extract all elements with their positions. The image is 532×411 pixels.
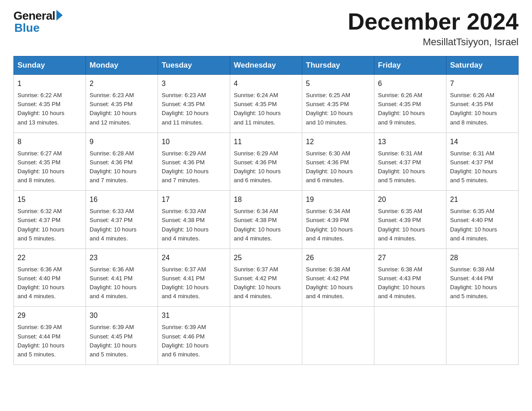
week-row-3: 15Sunrise: 6:32 AMSunset: 4:37 PMDayligh…: [14, 191, 519, 249]
logo: General Blue: [13, 9, 63, 35]
day-cell-11: 11Sunrise: 6:29 AMSunset: 4:36 PMDayligh…: [230, 133, 302, 191]
weekday-header-thursday: Thursday: [302, 56, 374, 75]
day-info: Sunrise: 6:23 AMSunset: 4:35 PMDaylight:…: [162, 91, 226, 127]
day-number: 2: [90, 78, 154, 89]
weekday-header-sunday: Sunday: [14, 56, 86, 75]
day-info: Sunrise: 6:36 AMSunset: 4:41 PMDaylight:…: [90, 265, 154, 301]
day-number: 10: [162, 137, 226, 147]
empty-cell: [446, 307, 519, 365]
day-cell-17: 17Sunrise: 6:33 AMSunset: 4:38 PMDayligh…: [158, 191, 230, 249]
logo-arrow-icon: [56, 10, 63, 21]
day-number: 6: [378, 78, 442, 89]
day-number: 24: [162, 253, 226, 263]
day-info: Sunrise: 6:39 AMSunset: 4:44 PMDaylight:…: [17, 323, 82, 359]
day-number: 17: [162, 194, 226, 205]
day-number: 23: [90, 253, 154, 263]
week-row-4: 22Sunrise: 6:36 AMSunset: 4:40 PMDayligh…: [14, 248, 519, 307]
day-cell-18: 18Sunrise: 6:34 AMSunset: 4:38 PMDayligh…: [230, 191, 302, 249]
day-cell-8: 8Sunrise: 6:27 AMSunset: 4:35 PMDaylight…: [14, 133, 86, 191]
day-info: Sunrise: 6:38 AMSunset: 4:42 PMDaylight:…: [306, 265, 370, 301]
day-number: 14: [450, 137, 515, 147]
day-info: Sunrise: 6:38 AMSunset: 4:44 PMDaylight:…: [450, 265, 515, 301]
day-info: Sunrise: 6:31 AMSunset: 4:37 PMDaylight:…: [378, 149, 442, 185]
day-number: 18: [234, 194, 298, 205]
day-cell-23: 23Sunrise: 6:36 AMSunset: 4:41 PMDayligh…: [86, 248, 158, 307]
day-cell-13: 13Sunrise: 6:31 AMSunset: 4:37 PMDayligh…: [374, 133, 446, 191]
day-info: Sunrise: 6:25 AMSunset: 4:35 PMDaylight:…: [306, 91, 370, 127]
weekday-header-monday: Monday: [86, 56, 158, 75]
week-row-2: 8Sunrise: 6:27 AMSunset: 4:35 PMDaylight…: [14, 133, 519, 191]
day-number: 19: [306, 194, 370, 205]
day-number: 8: [17, 137, 82, 147]
day-cell-15: 15Sunrise: 6:32 AMSunset: 4:37 PMDayligh…: [14, 191, 86, 249]
day-number: 9: [90, 137, 154, 147]
logo-blue-text: Blue: [14, 21, 39, 35]
calendar-title: December 2024: [348, 9, 519, 34]
week-row-1: 1Sunrise: 6:22 AMSunset: 4:35 PMDaylight…: [14, 75, 519, 133]
day-info: Sunrise: 6:29 AMSunset: 4:36 PMDaylight:…: [234, 149, 298, 185]
day-number: 3: [162, 78, 226, 89]
day-number: 22: [17, 253, 82, 263]
day-cell-10: 10Sunrise: 6:29 AMSunset: 4:36 PMDayligh…: [158, 133, 230, 191]
day-cell-27: 27Sunrise: 6:38 AMSunset: 4:43 PMDayligh…: [374, 248, 446, 307]
day-info: Sunrise: 6:39 AMSunset: 4:45 PMDaylight:…: [90, 323, 154, 359]
empty-cell: [302, 307, 374, 365]
day-info: Sunrise: 6:22 AMSunset: 4:35 PMDaylight:…: [17, 91, 82, 127]
day-info: Sunrise: 6:35 AMSunset: 4:39 PMDaylight:…: [378, 207, 442, 243]
day-cell-4: 4Sunrise: 6:24 AMSunset: 4:35 PMDaylight…: [230, 75, 302, 133]
day-cell-2: 2Sunrise: 6:23 AMSunset: 4:35 PMDaylight…: [86, 75, 158, 133]
day-info: Sunrise: 6:36 AMSunset: 4:40 PMDaylight:…: [17, 265, 82, 301]
day-cell-21: 21Sunrise: 6:35 AMSunset: 4:40 PMDayligh…: [446, 191, 519, 249]
day-cell-20: 20Sunrise: 6:35 AMSunset: 4:39 PMDayligh…: [374, 191, 446, 249]
day-info: Sunrise: 6:38 AMSunset: 4:43 PMDaylight:…: [378, 265, 442, 301]
day-info: Sunrise: 6:39 AMSunset: 4:46 PMDaylight:…: [162, 323, 226, 359]
title-area: December 2024 MesillatTsiyyon, Israel: [348, 9, 519, 48]
day-number: 21: [450, 194, 515, 205]
weekday-header-saturday: Saturday: [446, 56, 519, 75]
header: General Blue December 2024 MesillatTsiyy…: [13, 9, 519, 48]
day-info: Sunrise: 6:24 AMSunset: 4:35 PMDaylight:…: [234, 91, 298, 127]
empty-cell: [230, 307, 302, 365]
day-number: 13: [378, 137, 442, 147]
day-cell-19: 19Sunrise: 6:34 AMSunset: 4:39 PMDayligh…: [302, 191, 374, 249]
day-info: Sunrise: 6:35 AMSunset: 4:40 PMDaylight:…: [450, 207, 515, 243]
calendar-table: SundayMondayTuesdayWednesdayThursdayFrid…: [13, 56, 519, 365]
calendar-subtitle: MesillatTsiyyon, Israel: [348, 36, 519, 48]
day-cell-22: 22Sunrise: 6:36 AMSunset: 4:40 PMDayligh…: [14, 248, 86, 307]
day-cell-29: 29Sunrise: 6:39 AMSunset: 4:44 PMDayligh…: [14, 307, 86, 365]
day-info: Sunrise: 6:26 AMSunset: 4:35 PMDaylight:…: [450, 91, 515, 127]
day-info: Sunrise: 6:23 AMSunset: 4:35 PMDaylight:…: [90, 91, 154, 127]
day-cell-24: 24Sunrise: 6:37 AMSunset: 4:41 PMDayligh…: [158, 248, 230, 307]
day-info: Sunrise: 6:33 AMSunset: 4:37 PMDaylight:…: [90, 207, 154, 243]
day-cell-30: 30Sunrise: 6:39 AMSunset: 4:45 PMDayligh…: [86, 307, 158, 365]
day-cell-25: 25Sunrise: 6:37 AMSunset: 4:42 PMDayligh…: [230, 248, 302, 307]
weekday-header-row: SundayMondayTuesdayWednesdayThursdayFrid…: [14, 56, 519, 75]
day-number: 29: [17, 310, 82, 321]
day-info: Sunrise: 6:32 AMSunset: 4:37 PMDaylight:…: [17, 207, 82, 243]
day-cell-1: 1Sunrise: 6:22 AMSunset: 4:35 PMDaylight…: [14, 75, 86, 133]
day-info: Sunrise: 6:37 AMSunset: 4:41 PMDaylight:…: [162, 265, 226, 301]
day-cell-3: 3Sunrise: 6:23 AMSunset: 4:35 PMDaylight…: [158, 75, 230, 133]
day-number: 26: [306, 253, 370, 263]
day-number: 25: [234, 253, 298, 263]
day-number: 4: [234, 78, 298, 89]
day-number: 12: [306, 137, 370, 147]
day-info: Sunrise: 6:37 AMSunset: 4:42 PMDaylight:…: [234, 265, 298, 301]
day-info: Sunrise: 6:34 AMSunset: 4:38 PMDaylight:…: [234, 207, 298, 243]
day-info: Sunrise: 6:30 AMSunset: 4:36 PMDaylight:…: [306, 149, 370, 185]
day-number: 20: [378, 194, 442, 205]
day-cell-7: 7Sunrise: 6:26 AMSunset: 4:35 PMDaylight…: [446, 75, 519, 133]
day-info: Sunrise: 6:33 AMSunset: 4:38 PMDaylight:…: [162, 207, 226, 243]
day-cell-16: 16Sunrise: 6:33 AMSunset: 4:37 PMDayligh…: [86, 191, 158, 249]
day-info: Sunrise: 6:27 AMSunset: 4:35 PMDaylight:…: [17, 149, 82, 185]
day-cell-26: 26Sunrise: 6:38 AMSunset: 4:42 PMDayligh…: [302, 248, 374, 307]
day-cell-28: 28Sunrise: 6:38 AMSunset: 4:44 PMDayligh…: [446, 248, 519, 307]
day-number: 30: [90, 310, 154, 321]
weekday-header-friday: Friday: [374, 56, 446, 75]
day-number: 7: [450, 78, 515, 89]
day-info: Sunrise: 6:28 AMSunset: 4:36 PMDaylight:…: [90, 149, 154, 185]
day-cell-5: 5Sunrise: 6:25 AMSunset: 4:35 PMDaylight…: [302, 75, 374, 133]
day-info: Sunrise: 6:31 AMSunset: 4:37 PMDaylight:…: [450, 149, 515, 185]
day-number: 11: [234, 137, 298, 147]
day-number: 27: [378, 253, 442, 263]
